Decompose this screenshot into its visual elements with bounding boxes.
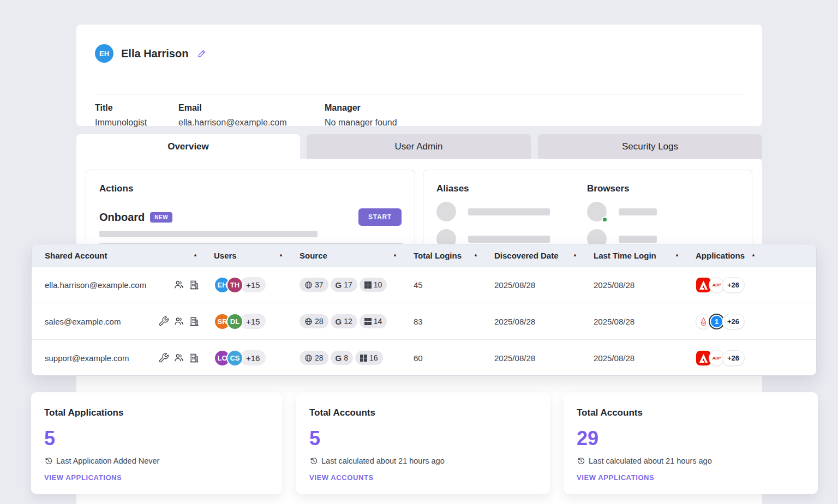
- sort-asc-icon[interactable]: ▲: [279, 253, 283, 257]
- wrench-icon[interactable]: [158, 352, 169, 363]
- sort-asc-icon[interactable]: ▲: [393, 253, 397, 257]
- col-header-total-logins[interactable]: Total Logins▲: [414, 251, 494, 260]
- users-overflow-badge[interactable]: +16: [240, 350, 266, 365]
- stat-subtext: Last calculated about 21 hours ago: [321, 457, 445, 465]
- history-icon: [309, 457, 318, 465]
- field-manager: Manager No manager found: [325, 103, 397, 128]
- col-header-applications[interactable]: Applications▲: [696, 251, 816, 260]
- apps-overflow-badge[interactable]: +26: [722, 277, 745, 293]
- divider: [95, 94, 744, 94]
- field-title: Title Immunologist: [95, 103, 178, 128]
- discovered-date-value: 2025/08/28: [494, 280, 594, 290]
- table-row[interactable]: support@example.com LO CS +16 28 G 8: [32, 339, 816, 376]
- stat-value: 5: [309, 427, 537, 450]
- last-time-login-value: 2025/08/28: [594, 317, 696, 326]
- view-applications-link[interactable]: VIEW APPLICATIONS: [44, 473, 122, 482]
- tab-overview[interactable]: Overview: [76, 134, 300, 159]
- view-accounts-link[interactable]: VIEW ACCOUNTS: [309, 473, 374, 482]
- stat-title: Total Applications: [44, 407, 269, 418]
- col-label: Discovered Date: [494, 251, 559, 260]
- apps-overflow-badge[interactable]: +26: [722, 314, 745, 329]
- wrench-icon[interactable]: [158, 316, 169, 327]
- tab-user-admin[interactable]: User Admin: [307, 134, 531, 159]
- start-onboard-button[interactable]: START: [358, 208, 402, 226]
- sort-asc-icon[interactable]: ▲: [573, 253, 577, 257]
- user-avatar[interactable]: CS: [226, 350, 243, 367]
- history-icon: [44, 457, 53, 465]
- tab-security-logs[interactable]: Security Logs: [538, 134, 762, 159]
- field-value: Immunologist: [95, 118, 178, 128]
- skeleton-bar: [619, 236, 657, 243]
- group-icon[interactable]: [173, 352, 184, 363]
- sort-asc-icon[interactable]: ▲: [474, 253, 478, 257]
- field-value: No manager found: [325, 118, 397, 128]
- total-logins-value: 45: [414, 280, 494, 290]
- source-google-pill[interactable]: G 12: [331, 314, 357, 328]
- field-label: Email: [178, 103, 325, 113]
- source-browser-extension-pill[interactable]: 37: [300, 278, 328, 292]
- total-accounts-card: Total Accounts 5 Last calculated about 2…: [296, 392, 550, 494]
- aliases-title: Aliases: [436, 183, 587, 194]
- stat-value: 29: [577, 427, 805, 450]
- apps-overflow-badge[interactable]: +26: [722, 350, 745, 366]
- users-overflow-badge[interactable]: +15: [240, 314, 266, 329]
- stat-value: 5: [44, 427, 269, 450]
- source-microsoft-pill[interactable]: 14: [360, 314, 387, 328]
- group-icon[interactable]: [173, 279, 184, 290]
- building-icon[interactable]: [189, 279, 200, 290]
- shared-account-email: sales@example.com: [45, 317, 121, 326]
- source-count: 28: [315, 353, 324, 362]
- alias-skeleton-row: [436, 202, 587, 221]
- building-icon[interactable]: [189, 316, 200, 327]
- new-badge: NEW: [150, 212, 172, 223]
- view-applications-link[interactable]: VIEW APPLICATIONS: [577, 473, 654, 482]
- source-count: 16: [369, 353, 378, 362]
- field-label: Manager: [325, 103, 397, 113]
- google-icon: G: [336, 353, 342, 363]
- last-time-login-value: 2025/08/28: [594, 280, 696, 290]
- source-count: 10: [374, 280, 382, 289]
- source-count: 14: [374, 317, 382, 326]
- stat-subtext: Last Application Added Never: [56, 457, 159, 465]
- shared-account-email: ella.harrison@example.com: [45, 280, 146, 290]
- online-status-dot: [602, 217, 608, 223]
- skeleton-bar: [468, 208, 550, 215]
- microsoft-icon: [360, 355, 367, 362]
- col-header-last-time-login[interactable]: Last Time Login▲: [594, 251, 696, 260]
- browser-avatar-placeholder: [587, 202, 607, 221]
- sort-asc-icon[interactable]: ▲: [675, 253, 679, 257]
- source-browser-extension-pill[interactable]: 28: [300, 314, 328, 328]
- user-avatar[interactable]: TH: [226, 277, 243, 293]
- field-email: Email ella.harrison@example.com: [178, 103, 325, 128]
- table-row[interactable]: sales@example.com SR DL +15 28 G 12: [32, 303, 816, 339]
- edit-name-icon[interactable]: [197, 49, 207, 58]
- col-label: Total Logins: [414, 251, 462, 260]
- source-microsoft-pill[interactable]: 10: [360, 278, 387, 292]
- stat-subtext: Last calculated about 21 hours ago: [589, 457, 712, 465]
- source-browser-extension-pill[interactable]: 28: [300, 351, 328, 365]
- group-icon[interactable]: [173, 316, 184, 327]
- sort-asc-icon[interactable]: ▲: [751, 253, 756, 257]
- actions-title: Actions: [99, 183, 402, 194]
- field-value: ella.harrison@example.com: [178, 118, 325, 128]
- source-google-pill[interactable]: G 8: [331, 351, 353, 365]
- col-header-users[interactable]: Users▲: [214, 251, 300, 260]
- building-icon[interactable]: [189, 352, 200, 363]
- user-avatar[interactable]: DL: [226, 313, 243, 330]
- total-accounts-card-2: Total Accounts 29 Last calculated about …: [564, 392, 818, 494]
- sort-asc-icon[interactable]: ▲: [193, 253, 197, 257]
- source-microsoft-pill[interactable]: 16: [355, 351, 383, 365]
- users-overflow-badge[interactable]: +15: [240, 277, 266, 292]
- skeleton-bar: [99, 231, 318, 237]
- col-header-source[interactable]: Source▲: [300, 251, 414, 260]
- col-header-shared-account[interactable]: Shared Account▲: [45, 251, 214, 260]
- table-row[interactable]: ella.harrison@example.com EH TH +15 37 G…: [32, 266, 816, 303]
- source-count: 17: [344, 280, 352, 289]
- stat-title: Total Accounts: [577, 407, 805, 418]
- col-header-discovered-date[interactable]: Discovered Date▲: [494, 251, 594, 260]
- source-google-pill[interactable]: G 17: [331, 278, 357, 292]
- aliases-section: Aliases: [436, 183, 587, 249]
- stat-title: Total Accounts: [309, 407, 537, 418]
- total-logins-value: 60: [414, 353, 494, 363]
- discovered-date-value: 2025/08/28: [494, 317, 594, 326]
